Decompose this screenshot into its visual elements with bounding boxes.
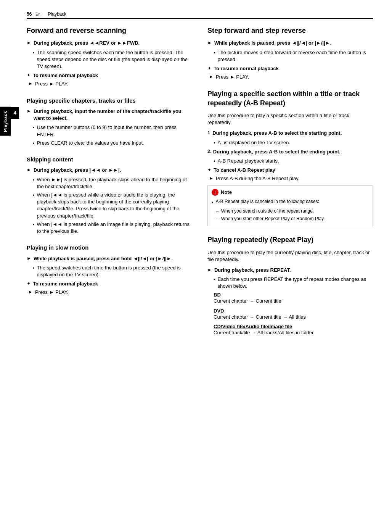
note-dash2: – When you start other Repeat Play or Ra… (216, 215, 369, 222)
section-ab-repeat: Playing a specific section within a titl… (207, 90, 373, 226)
note-dash2-text: When you start other Repeat Play or Rand… (221, 215, 325, 222)
right-column: Step forward and step reverse ► While pl… (207, 26, 373, 345)
slow-motion-sub1: • The speed switches each time the butto… (33, 264, 192, 278)
press-arrow-icon: ► (28, 81, 33, 86)
note-bullet1-text: A-B Repeat play is canceled in the follo… (216, 198, 319, 205)
press-arrow-icon2: ► (28, 289, 33, 295)
ab-repeat-diamond1: ✦ To cancel A-B Repeat play (207, 167, 373, 174)
skipping-sub3-text: When |◄◄ is pressed while an image file … (37, 221, 192, 235)
ab-repeat-step1-subs: • A- is displayed on the TV screen. (214, 139, 373, 146)
step-forward-bullet1-text: While playback is paused, press ◄||/◄| o… (214, 40, 331, 47)
header-section: Playback (48, 11, 67, 17)
section-specific-chapters: Playing specific chapters, tracks or fil… (27, 97, 192, 147)
repeat-play-sub1: • Each time you press REPEAT the type of… (214, 276, 373, 290)
skipping-sub2-text: When |◄◄ is pressed while a video or aud… (37, 192, 192, 219)
page: Playback 4 56 En Playback Forward and re… (0, 0, 392, 532)
page-header: 56 En Playback (27, 11, 373, 19)
skipping-sub2: • When |◄◄ is pressed while a video or a… (33, 192, 192, 219)
dot-icon: • (33, 50, 35, 56)
diamond-icon4: ✦ (207, 167, 211, 172)
step-forward-subs: • The picture moves a step forward or re… (214, 49, 373, 63)
step-forward-bullet1: ► While playback is paused, press ◄||/◄|… (207, 40, 373, 47)
repeat-cd-row: CD/Video file/Audio file/Image file Curr… (214, 324, 373, 336)
skipping-sub1: • When ►►| is pressed, the playback skip… (33, 176, 192, 190)
section-skipping: Skipping content ► During playback, pres… (27, 156, 192, 235)
specific-chapters-title: Playing specific chapters, tracks or fil… (27, 97, 192, 105)
note-dash1-text: When you search outside of the repeat ra… (221, 208, 314, 214)
slow-motion-diamond1-text: To resume normal playback (33, 281, 98, 287)
repeat-play-bullet1-text: During playback, press REPEAT. (214, 267, 291, 274)
ab-repeat-diamond1-text: To cancel A-B Repeat play (214, 167, 275, 174)
ab-repeat-press1: ► Press A-B during the A-B Repeat play. (209, 175, 373, 182)
section-slow-motion: Playing in slow motion ► While playback … (27, 244, 192, 296)
slow-motion-diamond1: ✦ To resume normal playback (27, 281, 192, 287)
specific-chapters-sub1: • Use the number buttons (0 to 9) to inp… (33, 124, 192, 138)
press-arrow-icon3: ► (209, 74, 214, 79)
forward-reverse-press1-text: Press ► PLAY. (35, 81, 69, 87)
arrow-icon6: ► (207, 267, 212, 272)
dot-icon2: • (33, 125, 35, 131)
step-forward-diamond1-text: To resume normal playback (214, 65, 279, 72)
ab-repeat-step2-sub1-text: A-B Repeat playback starts. (218, 158, 279, 164)
repeat-cd-desc: Current track/file → All tracks/All file… (214, 329, 373, 336)
repeat-play-intro: Use this procedure to play the currently… (207, 249, 373, 263)
press-arrow-icon4: ► (209, 176, 214, 181)
specific-chapters-sub2: • Press CLEAR to clear the values you ha… (33, 140, 192, 147)
skipping-bullet1: ► During playback, press |◄◄ or ►►|. (27, 167, 192, 174)
step-forward-sub1: • The picture moves a step forward or re… (214, 49, 373, 63)
ab-repeat-step2: 2. During playback, press A-B to select … (207, 148, 373, 155)
forward-reverse-bullet1: ► During playback, press ◄◄REV or ►►FWD. (27, 40, 192, 47)
page-lang: En (35, 12, 40, 16)
note-subs: – When you search outside of the repeat … (216, 208, 369, 222)
section-step-forward: Step forward and step reverse ► While pl… (207, 26, 373, 81)
slow-motion-sub1-text: The speed switches each time the button … (37, 264, 192, 278)
dot-icon11: • (212, 199, 214, 206)
repeat-play-subs: • Each time you press REPEAT the type of… (214, 276, 373, 290)
step-forward-sub1-text: The picture moves a step forward or reve… (218, 49, 373, 63)
ab-repeat-step1-sub1-text: A- is displayed on the TV screen. (218, 139, 291, 146)
note-content: • A-B Repeat play is canceled in the fol… (212, 198, 369, 222)
step-forward-title: Step forward and step reverse (207, 26, 373, 35)
left-column: Forward and reverse scanning ► During pl… (27, 26, 192, 345)
step-forward-press1-text: Press ► PLAY. (216, 74, 249, 81)
forward-reverse-title: Forward and reverse scanning (27, 26, 192, 35)
diamond-icon2: ✦ (27, 281, 31, 286)
forward-reverse-diamond1: ✦ To resume normal playback (27, 72, 192, 79)
repeat-bd-row: BD Current chapter → Current title (214, 292, 373, 305)
section-forward-reverse: Forward and reverse scanning ► During pl… (27, 26, 192, 88)
arrow-icon4: ► (27, 256, 31, 261)
forward-reverse-bullet1-text: During playback, press ◄◄REV or ►►FWD. (34, 40, 140, 47)
slow-motion-bullet1-text: While playback is paused, press and hold… (34, 255, 173, 262)
ab-repeat-step2-subs: • A-B Repeat playback starts. (214, 158, 373, 164)
step1-num: 1 (207, 130, 210, 135)
skipping-sub1-text: When ►►| is pressed, the playback skips … (37, 176, 192, 190)
step2-text: During playback, press A-B to select the… (213, 148, 341, 155)
dot-icon4: • (33, 177, 35, 183)
repeat-dvd-label: DVD (214, 308, 373, 314)
dot-icon10: • (214, 158, 215, 164)
ab-repeat-intro: Use this procedure to play a specific se… (207, 112, 373, 126)
repeat-cd-label: CD/Video file/Audio file/Image file (214, 324, 373, 329)
repeat-table: BD Current chapter → Current title DVD C… (214, 292, 373, 336)
note-title: Note (221, 189, 232, 195)
ab-repeat-title: Playing a specific section within a titl… (207, 90, 373, 108)
page-number: 56 (27, 11, 32, 17)
step-forward-diamond1: ✦ To resume normal playback (207, 65, 373, 72)
arrow-icon3: ► (27, 167, 31, 172)
note-icon: ! (212, 189, 218, 196)
forward-reverse-diamond1-text: To resume normal playback (33, 72, 98, 79)
ab-repeat-step1: 1 During playback, press A-B to select t… (207, 130, 373, 137)
sidebar-label: Playback (0, 107, 11, 136)
ab-repeat-step2-sub1: • A-B Repeat playback starts. (214, 158, 373, 164)
dot-icon12: • (214, 277, 215, 282)
ab-repeat-step1-sub1: • A- is displayed on the TV screen. (214, 139, 373, 146)
arrow-icon: ► (27, 40, 31, 45)
slow-motion-press1-text: Press ► PLAY. (35, 289, 69, 296)
repeat-bd-label: BD (214, 292, 373, 298)
skipping-title: Skipping content (27, 156, 192, 163)
forward-reverse-press1: ► Press ► PLAY. (28, 81, 192, 87)
specific-chapters-sub2-text: Press CLEAR to clear the values you have… (37, 140, 144, 147)
specific-chapters-sub1-text: Use the number buttons (0 to 9) to input… (37, 124, 192, 138)
ab-repeat-note: ! Note • A-B Repeat play is canceled in … (207, 185, 373, 227)
repeat-dvd-desc: Current chapter → Current title → All ti… (214, 314, 373, 321)
